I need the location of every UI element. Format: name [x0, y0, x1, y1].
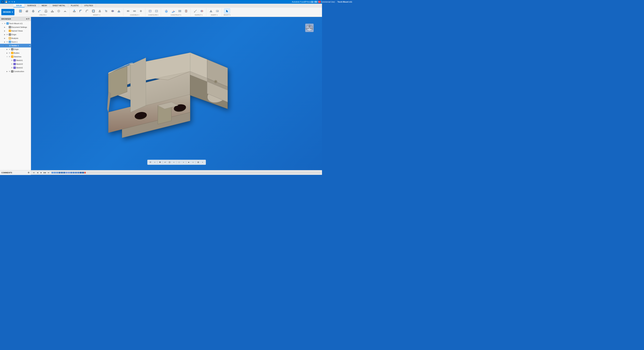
expand-analysis[interactable]: ▶	[4, 37, 6, 39]
tree-item-origin[interactable]: ▶ 👁 ✦ Origin	[0, 33, 31, 36]
tree-item-origin2[interactable]: ▶ 👁 ✦ Origin	[0, 47, 31, 51]
timeline-marker-7[interactable]	[66, 172, 68, 173]
btn-rib[interactable]	[49, 8, 55, 14]
vp-btn-zoom-prev[interactable]: ↩	[163, 160, 167, 164]
timeline-marker-8[interactable]	[68, 172, 70, 173]
browser-collapse-icon[interactable]: ◀	[26, 18, 27, 20]
timeline-to-end[interactable]: ⏭	[47, 171, 50, 174]
btn-scale[interactable]	[103, 8, 109, 14]
btn-insert-canvas[interactable]	[214, 8, 220, 14]
tab-mesh[interactable]: MESH	[39, 4, 50, 7]
btn-press-pull[interactable]	[71, 8, 77, 14]
tree-item-sketch2[interactable]: ▶ 👁 ✏ Sketch2	[0, 66, 31, 69]
tree-item-sketch3[interactable]: ▶ 👁 ✏ Sketch3	[0, 62, 31, 66]
tab-sheet-metal[interactable]: SHEET METAL	[50, 4, 68, 7]
btn-interference[interactable]	[199, 8, 205, 14]
vp-btn-display-dropdown[interactable]: ▾	[182, 160, 185, 164]
tree-item-bodies[interactable]: ▶ 👁 📁 Bodies	[0, 51, 31, 55]
btn-fillet[interactable]	[78, 8, 84, 14]
holder1-context-arrow[interactable]: ▾	[29, 45, 30, 46]
btn-insert-mesh[interactable]	[208, 8, 214, 14]
btn-motion-link[interactable]	[132, 8, 138, 14]
design-dropdown[interactable]: DESIGN ▾	[1, 9, 14, 15]
eye-origin[interactable]: 👁	[6, 33, 8, 36]
vp-btn-orbit[interactable]: ⟳	[148, 160, 152, 164]
eye-sketch3[interactable]: 👁	[11, 63, 13, 65]
timeline-marker-4[interactable]	[58, 172, 60, 173]
tree-item-sketch1[interactable]: ▶ 👁 ✏ Sketch1	[0, 58, 31, 62]
vp-btn-grid-dropdown[interactable]: ▾	[201, 160, 204, 164]
btn-chamfer[interactable]	[84, 8, 90, 14]
timeline-marker-2[interactable]	[54, 172, 56, 173]
timeline-marker-14[interactable]	[82, 172, 84, 173]
expand-origin[interactable]: ▶	[4, 33, 6, 35]
tree-item-root[interactable]: ▾ 👁 D Torch Mount v11	[0, 22, 31, 25]
btn-drive-joints[interactable]	[138, 8, 144, 14]
btn-joint[interactable]	[125, 8, 131, 14]
eye-construction[interactable]: 👁	[8, 70, 11, 73]
btn-sweep[interactable]	[36, 8, 42, 14]
expand-construction[interactable]: ▶	[6, 70, 8, 72]
eye-holder1[interactable]: 👁	[6, 44, 8, 47]
eye-sketches[interactable]: 👁	[8, 55, 11, 58]
eye-bodies[interactable]: 👁	[8, 52, 11, 54]
timeline-marker-10[interactable]	[72, 172, 75, 173]
btn-configure-1[interactable]	[147, 8, 153, 14]
btn-emboss[interactable]: A	[62, 8, 68, 14]
btn-plane-at-angle[interactable]	[170, 8, 176, 14]
btn-axis-cylinder[interactable]	[183, 8, 189, 14]
eye-root[interactable]: 👁	[4, 22, 6, 25]
eye-sketch1[interactable]: 👁	[11, 59, 13, 61]
timeline-marker-9[interactable]	[70, 172, 72, 173]
viewport[interactable]: TOP FRONT RIGHT	[31, 17, 322, 170]
eye-origin2[interactable]: 👁	[8, 48, 11, 50]
btn-combine[interactable]	[110, 8, 116, 14]
vp-btn-visual-dropdown[interactable]: ▾	[191, 160, 195, 164]
btn-measure[interactable]	[192, 8, 198, 14]
eye-torch1[interactable]: 👁	[6, 41, 8, 43]
timeline-track[interactable]	[51, 172, 321, 174]
tree-item-sketches[interactable]: ▾ 👁 📁 Sketches	[0, 55, 31, 58]
expand-bodies[interactable]: ▶	[6, 52, 8, 54]
tab-surface[interactable]: SURFACE	[25, 4, 39, 7]
timeline-marker-6[interactable]	[63, 172, 65, 173]
quick-access-undo[interactable]: ↩	[8, 1, 10, 3]
tree-item-doc-settings[interactable]: ▶ 👁 ⚙ Document Settings	[0, 25, 31, 29]
timeline-marker-11[interactable]	[75, 172, 77, 173]
quick-access-more[interactable]: ▾	[14, 1, 15, 3]
expand-origin2[interactable]: ▶	[6, 48, 8, 50]
btn-offset-plane[interactable]	[163, 8, 170, 14]
browser-settings-icon[interactable]: ⚙	[28, 18, 30, 20]
btn-extrude[interactable]	[24, 8, 30, 14]
timeline-marker-1[interactable]	[52, 172, 54, 173]
expand-named-views[interactable]: ▶	[4, 30, 6, 32]
btn-configure-2[interactable]	[154, 8, 160, 14]
eye-analysis[interactable]: 👁	[6, 37, 8, 39]
tree-item-holder1[interactable]: ▾ 👁 ◉ Holder 1 ▾	[0, 44, 31, 47]
expand-holder1[interactable]: ▾	[4, 44, 6, 47]
btn-new-component[interactable]	[18, 8, 24, 14]
eye-doc-settings[interactable]: 👁	[6, 26, 8, 28]
timeline-step-forward[interactable]: ▶▶	[44, 171, 46, 174]
btn-shell[interactable]	[90, 8, 96, 14]
vp-btn-display-mode[interactable]: □	[177, 160, 181, 164]
tab-solid[interactable]: SOLID	[14, 4, 25, 7]
timeline-marker-5[interactable]	[61, 172, 63, 173]
timeline-marker-12[interactable]	[77, 172, 79, 173]
tree-item-construction[interactable]: ▶ 👁 ⬡ Construction	[0, 69, 31, 73]
timeline-marker-13[interactable]	[80, 172, 82, 173]
vp-btn-zoom-fit[interactable]: ⊡	[168, 160, 172, 164]
tree-item-analysis[interactable]: ▶ 👁 📊 Analysis	[0, 36, 31, 40]
timeline-play[interactable]: ▶	[40, 171, 43, 174]
btn-web[interactable]	[56, 8, 62, 14]
btn-loft[interactable]	[43, 8, 49, 14]
btn-draft[interactable]	[97, 8, 103, 14]
tab-utilities[interactable]: UTILITIES	[82, 4, 96, 7]
timeline-end-marker[interactable]	[84, 172, 86, 173]
expand-root[interactable]: ▾	[1, 22, 3, 24]
vp-btn-zoom-dropdown[interactable]: ▾	[172, 160, 176, 164]
expand-torch1[interactable]: ▶	[4, 41, 6, 43]
eye-sketch2[interactable]: 👁	[11, 66, 13, 69]
eye-named-views[interactable]: 👁	[6, 30, 8, 32]
comments-settings-icon[interactable]: ⚙	[28, 171, 30, 174]
